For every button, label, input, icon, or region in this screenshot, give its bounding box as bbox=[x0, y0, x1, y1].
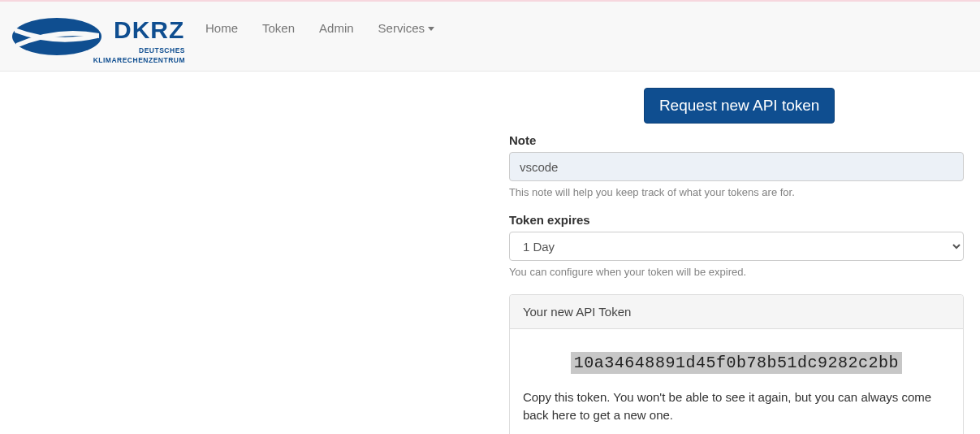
nav-token[interactable]: Token bbox=[250, 13, 307, 43]
note-label: Note bbox=[509, 133, 964, 147]
nav-services-label: Services bbox=[378, 21, 425, 35]
note-group: Note This note will help you keep track … bbox=[509, 133, 964, 198]
token-result-heading: Your new API Token bbox=[510, 295, 963, 329]
token-result-panel: Your new API Token 10a34648891d45f0b78b5… bbox=[509, 294, 964, 434]
nav-services[interactable]: Services bbox=[366, 13, 447, 43]
dkrz-logo-icon: DKRZ DEUTSCHES KLIMARECHENZENTRUM bbox=[6, 6, 185, 67]
expires-group: Token expires 1 Day You can configure wh… bbox=[509, 213, 964, 278]
token-result-body: 10a34648891d45f0b78b51dc9282c2bb Copy th… bbox=[510, 329, 963, 434]
navbar: DKRZ DEUTSCHES KLIMARECHENZENTRUM Home T… bbox=[0, 2, 980, 72]
brand-logo[interactable]: DKRZ DEUTSCHES KLIMARECHENZENTRUM bbox=[6, 2, 193, 71]
nav-admin[interactable]: Admin bbox=[307, 13, 366, 43]
token-value[interactable]: 10a34648891d45f0b78b51dc9282c2bb bbox=[571, 352, 902, 374]
note-help: This note will help you keep track of wh… bbox=[509, 186, 964, 198]
nav-home[interactable]: Home bbox=[193, 13, 250, 43]
token-instruction: Copy this token. You won't be able to se… bbox=[523, 388, 950, 424]
layout-spacer bbox=[15, 88, 509, 434]
svg-text:KLIMARECHENZENTRUM: KLIMARECHENZENTRUM bbox=[93, 56, 185, 64]
token-panel-area: Request new API token Note This note wil… bbox=[509, 88, 964, 434]
chevron-down-icon bbox=[428, 27, 434, 31]
svg-text:DEUTSCHES: DEUTSCHES bbox=[139, 46, 185, 54]
svg-text:DKRZ: DKRZ bbox=[114, 16, 184, 43]
expires-label: Token expires bbox=[509, 213, 964, 227]
nav-links: Home Token Admin Services bbox=[193, 8, 447, 43]
main-content: Request new API token Note This note wil… bbox=[7, 72, 974, 434]
expires-help: You can configure when your token will b… bbox=[509, 266, 964, 278]
token-display: 10a34648891d45f0b78b51dc9282c2bb bbox=[523, 354, 950, 372]
request-token-button[interactable]: Request new API token bbox=[644, 88, 835, 124]
note-input[interactable] bbox=[509, 152, 964, 181]
expires-select[interactable]: 1 Day bbox=[509, 232, 964, 261]
